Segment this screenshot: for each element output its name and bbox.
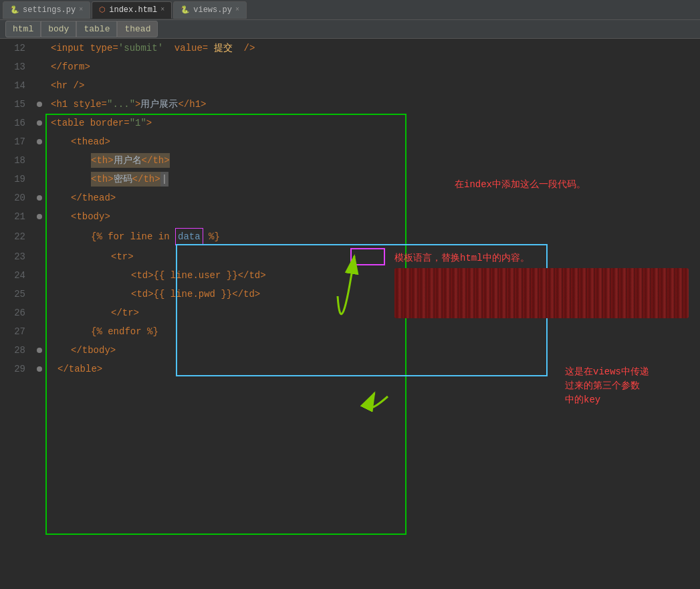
line-num-29: 29 — [0, 360, 33, 378]
line-num-17: 17 — [0, 132, 33, 151]
line-num-18: 18 — [0, 151, 33, 170]
code-line-16: 16 <table border="1"> — [0, 114, 700, 132]
line-num-23: 23 — [0, 247, 33, 266]
line-num-15: 15 — [0, 95, 33, 114]
code-line-27: 27 {% endfor %} — [0, 322, 700, 341]
tab-views-py[interactable]: 🐍 views.py × — [173, 1, 247, 19]
tab-bar: 🐍 settings.py × ⬡ index.html × 🐍 views.p… — [0, 0, 700, 20]
line-num-20: 20 — [0, 189, 33, 207]
tab-label: settings.py — [23, 5, 76, 15]
code-line-14: 14 <hr /> — [0, 76, 700, 95]
line-num-24: 24 — [0, 266, 33, 285]
line-num-14: 14 — [0, 76, 33, 95]
gutter-26 — [33, 304, 45, 322]
breadcrumb-body[interactable]: body — [41, 21, 76, 37]
code-line-12: 12 <input type='submit' value= 提交 /> — [0, 39, 700, 57]
tab-close-views[interactable]: × — [235, 6, 239, 13]
gutter-28 — [33, 341, 45, 360]
line-num-12: 12 — [0, 39, 33, 57]
line-num-21: 21 — [0, 207, 33, 226]
line-num-16: 16 — [0, 114, 33, 132]
gutter-16 — [33, 114, 45, 132]
tab-label: index.html — [109, 5, 157, 15]
annotation-template: 模板语言，替换html中的内容。 — [394, 251, 635, 265]
tab-label: views.py — [193, 5, 232, 15]
gutter-25 — [33, 285, 45, 304]
tab-index-html[interactable]: ⬡ index.html × — [92, 1, 172, 19]
code-line-15: 15 <h1 style="...">用户展示</h1> — [0, 95, 700, 114]
line-content-15: <h1 style="...">用户展示</h1> — [45, 95, 700, 114]
gutter-15 — [33, 95, 45, 114]
line-num-26: 26 — [0, 304, 33, 322]
line-num-13: 13 — [0, 57, 33, 76]
line-content-13: </form> — [45, 57, 700, 76]
gutter-23 — [33, 247, 45, 266]
line-content-18: <th>用户名</th> — [45, 151, 700, 170]
redacted-area — [394, 268, 689, 318]
line-num-25: 25 — [0, 285, 33, 304]
line-content-28: </tbody> — [45, 341, 700, 360]
gutter-29 — [33, 360, 45, 378]
gutter-19 — [33, 170, 45, 189]
gutter-12 — [33, 39, 45, 57]
code-editor[interactable]: 在index中添加这么一段代码。 模板语言，替换html中的内容。 这是在vie… — [0, 39, 700, 588]
breadcrumb-html[interactable]: html — [5, 21, 41, 37]
breadcrumb-bar: html body table thead — [0, 20, 700, 39]
gutter-14 — [33, 76, 45, 95]
line-num-28: 28 — [0, 341, 33, 360]
annotation-green-code: 在index中添加这么一段代码。 — [455, 178, 682, 192]
code-line-28: 28 </tbody> — [0, 341, 700, 360]
line-content-21: <tbody> — [45, 207, 700, 226]
gutter-20 — [33, 189, 45, 207]
gutter-27 — [33, 322, 45, 341]
tab-close-index[interactable]: × — [160, 6, 164, 13]
tab-close-settings[interactable]: × — [79, 6, 83, 13]
code-line-17: 17 <thead> — [0, 132, 700, 151]
line-num-19: 19 — [0, 170, 33, 189]
breadcrumb-thead[interactable]: thead — [117, 21, 158, 37]
line-content-12: <input type='submit' value= 提交 /> — [45, 39, 700, 57]
tab-settings-py[interactable]: 🐍 settings.py × — [3, 1, 90, 19]
breadcrumb-table[interactable]: table — [76, 21, 117, 37]
line-content-14: <hr /> — [45, 76, 700, 95]
gutter-22 — [33, 226, 45, 247]
python-icon2: 🐍 — [181, 5, 190, 14]
code-line-21: 21 <tbody> — [0, 207, 700, 226]
code-line-13: 13 </form> — [0, 57, 700, 76]
code-line-22: 22 {% for line in data %} — [0, 226, 700, 247]
gutter-21 — [33, 207, 45, 226]
line-content-16: <table border="1"> — [45, 114, 700, 132]
gutter-13 — [33, 57, 45, 76]
gutter-24 — [33, 266, 45, 285]
line-content-22: {% for line in data %} — [45, 226, 700, 247]
html-icon: ⬡ — [99, 5, 106, 14]
line-num-27: 27 — [0, 322, 33, 341]
line-content-27: {% endfor %} — [45, 322, 700, 341]
gutter-17 — [33, 132, 45, 151]
gutter-18 — [33, 151, 45, 170]
line-content-17: <thead> — [45, 132, 700, 151]
annotation-views: 这是在views中传递 过来的第三个参数 中的key — [565, 365, 699, 407]
code-line-18: 18 <th>用户名</th> — [0, 151, 700, 170]
python-icon: 🐍 — [10, 5, 19, 14]
line-num-22: 22 — [0, 226, 33, 247]
